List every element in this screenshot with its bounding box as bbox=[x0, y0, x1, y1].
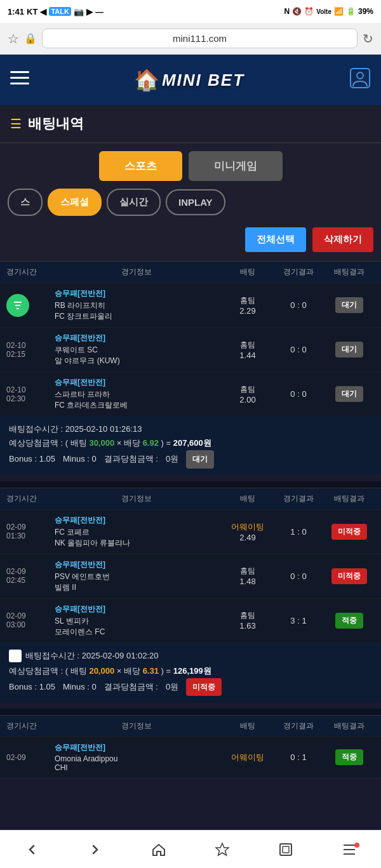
table-header-1: 경기시간 경기정보 배팅 경기결과 배팅결과 bbox=[0, 261, 381, 283]
sub-tabs: 스 스페셜 실시간 INPLAY bbox=[0, 189, 381, 224]
title-icon: ☰ bbox=[10, 116, 22, 131]
header-col-time: 경기시간 bbox=[6, 267, 51, 277]
select-all-button[interactable]: 전체선택 bbox=[245, 227, 306, 252]
card2-row1-time: 02-09 01:30 bbox=[6, 523, 51, 540]
card2-row1-badge: 미적중 bbox=[331, 524, 367, 540]
card3-row1-score: 0 : 1 bbox=[273, 752, 324, 762]
table-row: 02-09 02:45 승무패[전반전] PSV 에인트호번 빌렘 II 홈팀 … bbox=[0, 554, 381, 598]
row2-badge: 대기 bbox=[335, 342, 363, 357]
filter-icon[interactable] bbox=[6, 294, 29, 317]
subtab-realtime[interactable]: 실시간 bbox=[107, 189, 161, 216]
checkbox-icon[interactable] bbox=[9, 650, 22, 662]
section-divider-1 bbox=[0, 481, 381, 488]
battery-icon: 🔋 bbox=[346, 7, 356, 16]
summary2-row0: 배팅접수시간 : 2025-02-09 01:02:20 bbox=[9, 649, 372, 663]
summary2-calc: 예상당첨금액 : ( 배팅 20,000 × 배당 6.31 ) = 126,1… bbox=[9, 664, 372, 678]
tab-sports[interactable]: 스포츠 bbox=[99, 151, 182, 181]
card2-row3-info: 승무패[전반전] SL 벤피카 모레이렌스 FC bbox=[51, 604, 222, 638]
row2-result: 대기 bbox=[324, 342, 375, 357]
header2-col-info: 경기정보 bbox=[51, 493, 222, 504]
header3-col-info: 경기정보 bbox=[51, 721, 222, 731]
row2-time: 02-10 02:15 bbox=[6, 341, 51, 359]
nav-tabs[interactable] bbox=[278, 842, 293, 857]
row1-bet-type: 승무패[전반전] bbox=[55, 288, 218, 299]
nav-menu[interactable] bbox=[342, 843, 357, 857]
delete-button[interactable]: 삭제하기 bbox=[312, 227, 373, 252]
battery-percent: 39% bbox=[358, 7, 373, 16]
nav-home[interactable] bbox=[151, 842, 166, 857]
card2-row2-info: 승무패[전반전] PSV 에인트호번 빌렘 II bbox=[51, 559, 222, 593]
card2-row1-teams: FC 코페르 NK 올림피아 류블랴나 bbox=[55, 527, 218, 549]
status-right: N 🔇 ⏰ Volte 📶 🔋 39% bbox=[284, 7, 373, 16]
bet-card-3: 경기시간 경기정보 배팅 경기결과 배팅결과 02-09 승무패[전반전] Om… bbox=[0, 715, 381, 777]
card3-row1-odds: 어웨이팅 bbox=[222, 752, 273, 763]
row1-teams: RB 라이프치히 FC 장크트파울리 bbox=[55, 300, 218, 322]
svg-rect-1 bbox=[10, 77, 29, 79]
page-title-bar: ☰ 배팅내역 bbox=[0, 105, 381, 144]
card2-row2-badge: 미적중 bbox=[331, 568, 367, 584]
refresh-icon[interactable]: ↻ bbox=[363, 31, 373, 46]
bet-summary-1: 배팅접수시간 : 2025-02-10 01:26:13 예상당첨금액 : ( … bbox=[0, 416, 381, 475]
svg-marker-8 bbox=[216, 843, 229, 855]
url-bar[interactable]: mini111.com bbox=[42, 29, 358, 48]
logo-house-icon: 🏠 bbox=[134, 68, 159, 92]
card2-row3-teams: SL 벤피카 모레이렌스 FC bbox=[55, 616, 218, 638]
wifi-icon: 📶 bbox=[334, 7, 344, 16]
nav-back[interactable] bbox=[24, 842, 39, 857]
status-time: 1:41 bbox=[8, 7, 24, 17]
summary2-badge: 미적중 bbox=[186, 678, 222, 696]
svg-rect-10 bbox=[283, 846, 289, 853]
card3-row1-info: 승무패[전반전] Omonia Aradippou CHI bbox=[51, 742, 222, 772]
card2-row3-result: 적중 bbox=[324, 613, 375, 629]
user-icon[interactable] bbox=[349, 67, 371, 93]
menu-icon[interactable] bbox=[10, 71, 29, 89]
header3-col-score: 경기결과 bbox=[273, 721, 324, 731]
header-col-info: 경기정보 bbox=[51, 267, 222, 277]
card3-row1-type: 승무패[전반전] bbox=[55, 742, 218, 753]
row1-score: 0 : 0 bbox=[273, 300, 324, 310]
svg-rect-2 bbox=[10, 83, 29, 84]
table-row: 02-09 승무패[전반전] Omonia Aradippou CHI 어웨이팅… bbox=[0, 737, 381, 777]
favorite-icon[interactable]: ☆ bbox=[8, 31, 19, 46]
row2-bet-type: 승무패[전반전] bbox=[55, 333, 218, 344]
summary1-badge: 대기 bbox=[186, 450, 214, 468]
row3-team1: 스파르타 프라하 bbox=[55, 389, 218, 400]
subtab-s[interactable]: 스 bbox=[8, 189, 43, 216]
row1-time bbox=[6, 294, 51, 317]
table-row: 02-10 02:30 승무패[전반전] 스파르타 프라하 FC 흐라데츠크랄로… bbox=[0, 371, 381, 416]
nav-forward[interactable] bbox=[88, 842, 103, 857]
bet-card-1: 경기시간 경기정보 배팅 경기결과 배팅결과 승무패[전반전] RB 라이프치히… bbox=[0, 261, 381, 475]
tab-minigame[interactable]: 미니게임 bbox=[189, 151, 283, 181]
card2-row2-odds: 홈팀 1.48 bbox=[222, 566, 273, 586]
card2-row3-time: 02-09 03:00 bbox=[6, 611, 51, 629]
row3-odds: 홈팀 2.00 bbox=[222, 384, 273, 404]
row3-time: 02-10 02:30 bbox=[6, 385, 51, 403]
table-header-2: 경기시간 경기정보 배팅 경기결과 배팅결과 bbox=[0, 488, 381, 509]
header-col-result: 배팅결과 bbox=[324, 267, 375, 277]
card2-row3-type: 승무패[전반전] bbox=[55, 604, 218, 615]
card2-row2-score: 0 : 0 bbox=[273, 571, 324, 581]
subtab-inplay[interactable]: INPLAY bbox=[166, 189, 225, 215]
svg-rect-9 bbox=[280, 844, 291, 855]
row2-team1: 쿠웨이트 SC bbox=[55, 345, 218, 356]
nav-menu-dot bbox=[354, 843, 359, 848]
subtab-special[interactable]: 스페셜 bbox=[48, 189, 102, 216]
card3-row1-time: 02-09 bbox=[6, 753, 51, 762]
header2-col-time: 경기시간 bbox=[6, 493, 51, 504]
card2-row2-result: 미적중 bbox=[324, 568, 375, 584]
talk-icon: TALK bbox=[49, 7, 71, 16]
bet-card-2: 경기시간 경기정보 배팅 경기결과 배팅결과 02-09 01:30 승무패[전… bbox=[0, 488, 381, 703]
section-divider-2 bbox=[0, 709, 381, 715]
summary1-time: 배팅접수시간 : 2025-02-10 01:26:13 bbox=[9, 422, 372, 436]
row3-badge: 대기 bbox=[335, 386, 363, 402]
summary1-row2: Bonus : 1.05 Minus : 0 결과당첨금액 : 0원 대기 bbox=[9, 450, 372, 468]
status-carrier: KT bbox=[27, 7, 37, 17]
row1-info: 승무패[전반전] RB 라이프치히 FC 장크트파울리 bbox=[51, 288, 222, 322]
nav-favorites[interactable] bbox=[215, 842, 230, 857]
alarm-icon: ⏰ bbox=[304, 7, 314, 16]
card2-row3-badge: 적중 bbox=[335, 613, 363, 629]
row2-odds: 홈팀 1.44 bbox=[222, 340, 273, 360]
header-col-bet: 배팅 bbox=[222, 267, 273, 277]
card2-row1-info: 승무패[전반전] FC 코페르 NK 올림피아 류블랴나 bbox=[51, 515, 222, 549]
svg-point-4 bbox=[357, 72, 363, 79]
